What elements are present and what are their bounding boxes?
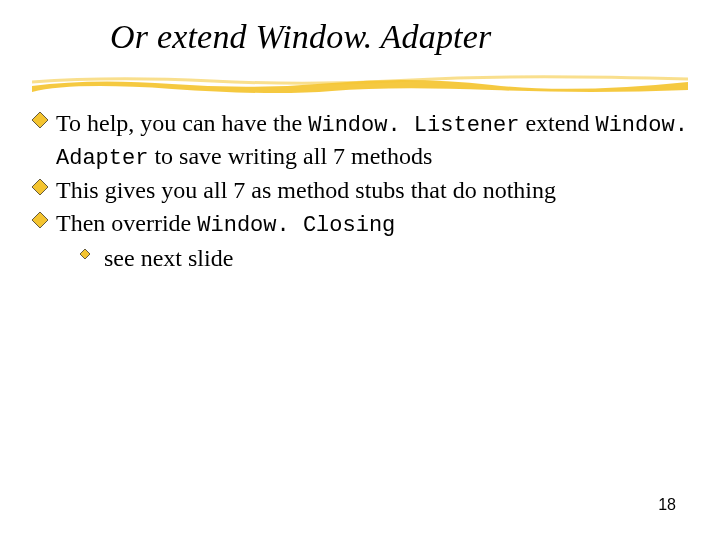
bullet-text: To help, you can have the Window. Listen… (56, 108, 688, 173)
title-underline (32, 72, 688, 94)
diamond-bullet-icon (80, 249, 90, 259)
sub-bullet-item: see next slide (80, 243, 688, 274)
slide-title: Or extend Window. Adapter (110, 18, 491, 56)
diamond-bullet-icon (32, 212, 48, 228)
bullet-text: Then override Window. Closing (56, 208, 688, 241)
bullet-item: This gives you all 7 as method stubs tha… (32, 175, 688, 206)
body-text: to save writing all 7 methods (148, 143, 432, 169)
page-number: 18 (658, 496, 676, 514)
slide: Or extend Window. Adapter To help, you c… (0, 0, 720, 540)
code-text: Window. Closing (197, 213, 395, 238)
svg-marker-3 (80, 249, 90, 259)
body-text: This gives you all 7 as method stubs tha… (56, 177, 556, 203)
body-text: Then override (56, 210, 197, 236)
code-text: Window. Listener (308, 113, 519, 138)
body-text: extend (519, 110, 595, 136)
slide-content: To help, you can have the Window. Listen… (32, 108, 688, 274)
svg-marker-2 (32, 212, 48, 228)
svg-marker-1 (32, 179, 48, 195)
bullet-text: This gives you all 7 as method stubs tha… (56, 175, 688, 206)
sub-bullet-text: see next slide (104, 243, 233, 274)
diamond-bullet-icon (32, 179, 48, 195)
body-text: To help, you can have the (56, 110, 308, 136)
svg-marker-0 (32, 112, 48, 128)
bullet-item: Then override Window. Closing (32, 208, 688, 241)
diamond-bullet-icon (32, 112, 48, 128)
bullet-item: To help, you can have the Window. Listen… (32, 108, 688, 173)
